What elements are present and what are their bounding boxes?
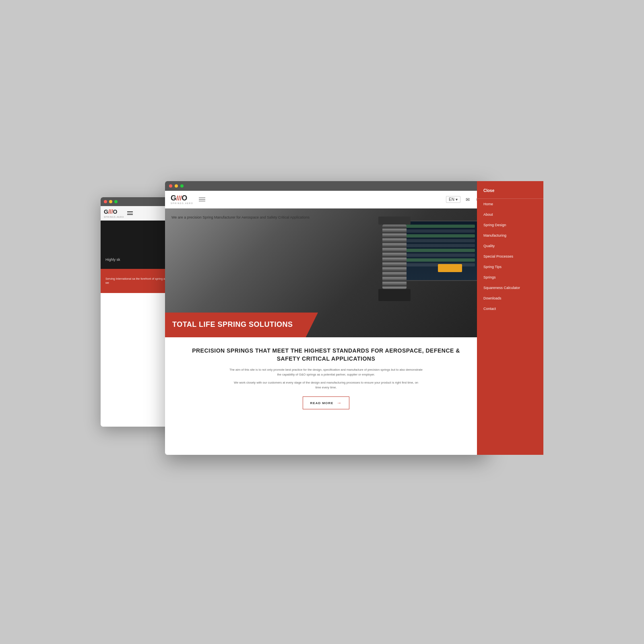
red-banner: TOTAL LIFE SPRING SOLUTIONS	[165, 312, 318, 337]
front-logo: G /// O SPRINGS.AERO	[171, 194, 193, 204]
side-nav-item-home[interactable]: Home	[477, 199, 543, 209]
side-nav-item-about[interactable]: About	[477, 209, 543, 220]
email-icon[interactable]: ✉	[464, 196, 471, 203]
language-selector[interactable]: EN ▾	[446, 196, 460, 203]
hero-tagline: We are a precision Spring Manufacturer f…	[171, 215, 336, 220]
side-nav-items: CloseHomeAboutSpring DesignManufacturing…	[477, 181, 543, 316]
side-nav-item-contact[interactable]: Contact	[477, 303, 543, 314]
front-logo-sub: SPRINGS.AERO	[171, 202, 193, 204]
spring-body	[382, 225, 407, 289]
back-logo-slashes: ///	[108, 208, 113, 215]
side-nav-item-squareness-calculator[interactable]: Squareness Calculator	[477, 283, 543, 293]
main-description-2: We work closely with our customers at ev…	[233, 380, 419, 390]
side-navigation: CloseHomeAboutSpring DesignManufacturing…	[477, 181, 543, 455]
scene: G /// O SPRINGS.AERO Highly sk Serving I…	[101, 181, 543, 463]
read-more-button[interactable]: READ MORE →	[303, 396, 350, 409]
front-logo-o: O	[182, 194, 187, 202]
front-nav-bar: G /// O SPRINGS.AERO EN ▾ ✉ ✆	[165, 191, 487, 208]
back-hero-text: Highly sk	[105, 258, 120, 262]
main-content: PRECISION SPRINGS THAT MEET THE HIGHEST …	[165, 337, 487, 419]
read-more-label: READ MORE	[310, 401, 334, 405]
back-logo-o: O	[113, 208, 118, 215]
traffic-light-yellow	[109, 200, 112, 203]
side-nav-item-close[interactable]: Close	[477, 183, 543, 199]
side-nav-item-springs[interactable]: Springs	[477, 272, 543, 283]
traffic-light-green	[114, 200, 118, 203]
screen-highlight	[438, 264, 462, 272]
side-nav-item-downloads[interactable]: Downloads	[477, 293, 543, 303]
back-hamburger-button[interactable]	[127, 211, 133, 215]
hero-section: We are a precision Spring Manufacturer f…	[165, 208, 487, 337]
hero-tagline-container: We are a precision Spring Manufacturer f…	[171, 215, 336, 220]
read-more-arrow-icon: →	[336, 400, 342, 406]
front-logo-slashes: ///	[176, 195, 182, 202]
lang-chevron-icon: ▾	[456, 197, 458, 202]
side-nav-item-quality[interactable]: Quality	[477, 241, 543, 251]
back-logo-sub: SPRINGS.AERO	[104, 216, 124, 218]
front-tl-red	[169, 184, 172, 188]
banner-text: TOTAL LIFE SPRING SOLUTIONS	[172, 320, 311, 329]
spring-visual	[382, 217, 407, 297]
spring-base	[378, 289, 411, 301]
side-nav-item-spring-tips[interactable]: Spring Tips	[477, 262, 543, 272]
computer-screen	[398, 221, 479, 281]
back-logo: G /// O SPRINGS.AERO	[104, 208, 124, 218]
front-logo-g: G	[171, 194, 176, 202]
side-nav-item-special-processes[interactable]: Special Processes	[477, 251, 543, 262]
front-tl-green	[180, 184, 184, 188]
front-tl-yellow	[175, 184, 178, 188]
side-nav-item-manufacturing[interactable]: Manufacturing	[477, 230, 543, 241]
main-description-1: The aim of this site is to not only prom…	[229, 367, 423, 377]
main-heading: PRECISION SPRINGS THAT MEET THE HIGHEST …	[181, 347, 471, 363]
back-logo-g: G	[104, 208, 108, 215]
spring-cap-top	[378, 217, 411, 225]
lang-label: EN	[449, 197, 454, 202]
front-window: G /// O SPRINGS.AERO EN ▾ ✉ ✆	[165, 181, 487, 455]
front-title-bar	[165, 181, 487, 191]
traffic-light-red	[104, 200, 107, 203]
side-nav-item-spring-design[interactable]: Spring Design	[477, 220, 543, 230]
hamburger-button[interactable]	[199, 198, 205, 202]
